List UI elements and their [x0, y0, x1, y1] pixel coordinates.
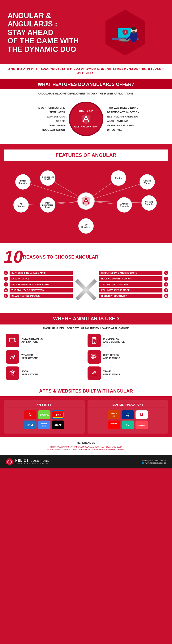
node-service-worker: ServiceWorker	[140, 174, 155, 190]
node-inter-pipes: Inter-nationalizedPipes	[40, 197, 55, 212]
svg-text:365: 365	[113, 415, 115, 417]
paypal-logo: Pay Pal	[122, 410, 134, 419]
reason-num-5: 5	[4, 294, 8, 298]
features-angular-title: FEATURES OF ANGULAR	[8, 152, 164, 158]
reason-item-10: HIGHER PRODUCTIVITY 10	[99, 294, 168, 298]
svg-rect-34	[93, 338, 95, 340]
reference-link-2[interactable]: HTTPS://WWW.ATHARVASYTEM.COM/ANGULAR-JS-…	[8, 448, 164, 450]
apps-section: APPS & WEBSITES BUILT WITH ANGULAR WEBSI…	[0, 386, 172, 438]
doubleclick-logo: Double Click	[38, 420, 50, 429]
feature-scope: SCOPE	[56, 120, 65, 122]
reason-text-6: SIMPLIFIED MVC ARCHITECTURE	[99, 271, 163, 275]
reason-text-8: TWO-WAY DATA BINDING	[99, 282, 163, 287]
header-section: ANGULAR & ANGULARJS : STAY AHEAD OF THE …	[0, 0, 172, 63]
reasons-center-graphic	[75, 271, 97, 309]
footer-company-name: HELIOS SOLUTIONS	[15, 459, 50, 462]
svg-text:Double: Double	[41, 423, 47, 424]
reason-text-7: HUGE COMMUNITY SUPPORT	[99, 276, 163, 281]
apps-header: APPS & WEBSITES BUILT WITH ANGULAR	[0, 386, 172, 396]
svg-point-46	[11, 371, 13, 372]
svg-rect-65	[108, 411, 119, 418]
use-cases-grid: VIDEO STREAMINGAPPLICATIONS M-COMMERCEAN…	[0, 332, 172, 386]
grammarly-logo: G	[122, 420, 134, 429]
apps-title: APPS & WEBSITES BUILT WITH ANGULAR	[3, 388, 169, 394]
node-ivy-renderer: IvyRenderer	[78, 218, 94, 234]
weather-icon	[6, 350, 19, 364]
svg-text:iStock.: iStock.	[54, 424, 62, 426]
feature-ajax: AJAX HANDLING	[107, 120, 128, 122]
features-right-col: TWO-WAY DATA BINDING DEPENDENCY INJECTIO…	[105, 106, 168, 131]
use-case-weather-label: WEATHERAPPLICATIONS	[21, 354, 38, 360]
angular-web-circle: ANGULARJS WEB APPLICATION	[69, 102, 103, 136]
istock-logo: iStock.	[52, 420, 64, 429]
mobile-row-2: YouTube TV G mallzee	[90, 420, 166, 429]
reason-num-6: 6	[164, 271, 168, 275]
reasons-grid: 1 SUPPORTS SINGLE-PAGE APPS 2 EASE OF US…	[4, 271, 168, 309]
features-section-title: WHAT FEATURES DO ANGULARJS OFFER?	[4, 82, 168, 87]
youtube-logo: YouTube TV	[108, 420, 120, 429]
reason-text-1: SUPPORTS SINGLE-PAGE APPS	[9, 271, 73, 275]
hexagon-container: A	[98, 6, 152, 60]
reason-num-8: 8	[164, 282, 168, 286]
use-case-social: SOCIALAPPLICATIONS	[6, 366, 85, 380]
gmail-logo: M	[136, 410, 148, 419]
netflix-logo: N	[24, 410, 36, 419]
reference-link-1[interactable]: HTTPS://WWW.KONSTANTINFO.COM/BLOG/ANGULA…	[8, 446, 164, 448]
apps-grid: WEBSITES N Upwork	[0, 400, 172, 434]
node-ng-update: ngUpdate	[13, 197, 29, 212]
svg-text:M: M	[140, 413, 143, 417]
svg-text:TV: TV	[113, 426, 115, 427]
svg-point-8	[132, 31, 136, 34]
reason-text-9: FOLLOW THE POJO MODEL	[99, 288, 163, 292]
reason-num-7: 7	[164, 276, 168, 281]
features-grid: MVC ARCHITECTURE TEMPLATES EXPRESSIONS S…	[0, 98, 172, 144]
reason-num-3: 3	[4, 282, 8, 286]
travel-icon	[87, 366, 101, 380]
svg-text:LEGO: LEGO	[55, 414, 62, 416]
header-title: ANGULAR & ANGULARJS : STAY AHEAD OF THE …	[8, 12, 86, 54]
reason-num-4: 4	[4, 288, 8, 292]
feature-modules: MODULES & FILTERS	[107, 124, 134, 127]
svg-rect-60	[38, 422, 50, 428]
svg-point-47	[10, 372, 11, 373]
mobile-row-1: Office 365 Pay Pal M	[90, 410, 166, 419]
intro-banner: ANGULAR JS IS A JAVASCRIPT-BASED FRAMEWO…	[0, 63, 172, 79]
reason-text-4: THE FACILITY OF DIRECTIVES	[9, 288, 73, 292]
features-angular-header: FEATURES OF ANGULAR	[4, 150, 168, 161]
circle-label-bottom: WEB APPLICATION	[74, 126, 98, 128]
use-case-review: USER-REVIEWAPPLICATIONS	[87, 350, 167, 364]
features-header-box: WHAT FEATURES DO ANGULARJS OFFER?	[0, 79, 172, 89]
svg-rect-73	[108, 422, 119, 428]
reasons-right-col: SIMPLIFIED MVC ARCHITECTURE 6 HUGE COMMU…	[99, 271, 168, 309]
footer-website: 🌐 www.heliossolutions.co	[142, 462, 166, 464]
use-case-social-label: SOCIALAPPLICATIONS	[21, 370, 38, 376]
features-angularjs-section: WHAT FEATURES DO ANGULARJS OFFER? ANGULA…	[0, 79, 172, 144]
ecommerce-icon	[87, 334, 101, 347]
references-section: REFERENCES HTTPS://WWW.KONSTANTINFO.COM/…	[0, 438, 172, 455]
node-router: Router	[111, 170, 126, 186]
review-icon	[87, 350, 101, 364]
center-angular-node	[77, 192, 95, 210]
features-angular-section: FEATURES OF ANGULAR BazelComp	[0, 144, 172, 243]
use-case-review-label: USER-REVIEWAPPLICATIONS	[103, 354, 120, 360]
use-case-video: VIDEO STREAMINGAPPLICATIONS	[6, 334, 85, 347]
reason-item-2: 2 EASE OF USAGE	[4, 276, 73, 281]
header-image-area: A	[86, 6, 164, 60]
mobile-title: MOBILE APPLICATIONS	[90, 403, 166, 408]
reason-num-10: 10	[164, 294, 168, 298]
use-case-ecommerce-label: M-COMMERCEAND E-COMMERCE	[103, 338, 125, 344]
websites-col: WEBSITES N Upwork	[4, 400, 85, 434]
header-illustration: A	[106, 14, 144, 52]
mallzee-logo: mallzee	[136, 420, 148, 429]
svg-text:Upwork: Upwork	[40, 414, 49, 416]
reasons-header: 10 REASONS TO CHOOSE ANGULAR	[4, 247, 168, 267]
video-streaming-icon	[6, 334, 19, 347]
svg-text:G: G	[126, 423, 129, 427]
ibm-logo: IBM	[24, 420, 36, 429]
svg-text:Pal: Pal	[126, 415, 130, 417]
footer-tagline: THINK. TRANSFORM. THRIVE.	[15, 462, 50, 464]
svg-text:Office: Office	[111, 413, 117, 414]
intro-text: ANGULAR JS IS A JAVASCRIPT-BASED FRAMEWO…	[8, 68, 164, 75]
reason-text-10: HIGHER PRODUCTIVITY	[99, 294, 163, 298]
reasons-number: 10	[4, 247, 23, 267]
